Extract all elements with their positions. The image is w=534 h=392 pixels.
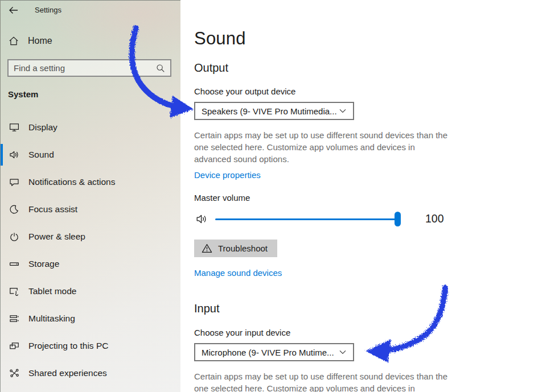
multitasking-icon — [9, 313, 20, 324]
back-button[interactable] — [8, 5, 19, 16]
input-device-dropdown[interactable]: Microphone (9- VIVE Pro Mutime... — [194, 343, 354, 361]
input-description: Certain apps may be set up to use differ… — [194, 370, 454, 392]
manage-sound-devices-link[interactable]: Manage sound devices — [194, 268, 282, 278]
sidebar-item-label: Storage — [28, 259, 59, 269]
troubleshoot-button[interactable]: Troubleshoot — [194, 240, 277, 257]
sidebar-nav: Display Sound Notifications & actions — [1, 117, 181, 390]
speaker-icon — [196, 213, 209, 225]
search-box[interactable] — [7, 59, 171, 77]
sidebar-item-multitasking[interactable]: Multitasking — [1, 308, 181, 329]
sidebar-item-power-sleep[interactable]: Power & sleep — [1, 226, 181, 247]
sidebar-item-sound[interactable]: Sound — [1, 144, 181, 166]
sidebar-item-label: Tablet mode — [28, 286, 76, 296]
input-device-label: Choose your input device — [194, 328, 290, 337]
sidebar-item-shared-experiences[interactable]: Shared experiences — [1, 362, 181, 384]
home-icon — [8, 35, 19, 47]
back-arrow-icon — [8, 5, 19, 16]
sidebar-item-home[interactable]: Home — [8, 34, 52, 48]
master-volume-slider-thumb[interactable] — [395, 212, 401, 226]
output-description: Certain apps may be set up to use differ… — [194, 129, 454, 165]
master-volume-label: Master volume — [194, 193, 250, 203]
sidebar-item-projecting[interactable]: Projecting to this PC — [1, 335, 181, 357]
sidebar-item-label: Projecting to this PC — [28, 341, 108, 351]
storage-icon — [9, 258, 20, 270]
sidebar-item-label: Multitasking — [28, 313, 75, 324]
warning-icon — [202, 244, 212, 253]
sidebar-item-label: Sound — [28, 150, 54, 160]
search-icon[interactable] — [155, 63, 166, 73]
sidebar-item-label: Shared experiences — [28, 368, 107, 378]
master-volume-slider[interactable] — [215, 218, 399, 220]
master-volume-value: 100 — [425, 212, 444, 225]
device-properties-link[interactable]: Device properties — [194, 170, 261, 180]
output-device-dropdown[interactable]: Speakers (9- VIVE Pro Mutimedia... — [194, 102, 354, 120]
tablet-mode-icon — [9, 286, 20, 297]
sidebar-section-system: System — [8, 89, 38, 99]
input-device-value: Microphone (9- VIVE Pro Mutime... — [195, 348, 339, 357]
troubleshoot-label: Troubleshoot — [218, 244, 268, 253]
output-device-value: Speakers (9- VIVE Pro Mutimedia... — [195, 106, 339, 116]
sidebar: Settings Home System Display — [0, 0, 180, 392]
display-icon — [9, 122, 20, 133]
sidebar-item-tablet-mode[interactable]: Tablet mode — [1, 280, 181, 302]
notifications-icon — [9, 176, 20, 188]
output-section-heading: Output — [194, 61, 228, 75]
focus-assist-icon — [9, 204, 20, 215]
sidebar-item-notifications[interactable]: Notifications & actions — [1, 171, 181, 193]
master-volume-slider-row — [196, 211, 399, 227]
input-section-heading: Input — [194, 302, 219, 315]
sidebar-item-label: Power & sleep — [28, 232, 85, 242]
main-content: Sound Output Choose your output device S… — [180, 0, 534, 392]
output-device-label: Choose your output device — [194, 86, 295, 96]
projecting-icon — [9, 340, 20, 352]
sidebar-item-label: Notifications & actions — [28, 177, 116, 187]
page-title: Sound — [194, 28, 246, 49]
sound-icon — [9, 149, 20, 160]
power-icon — [9, 231, 20, 242]
window-title: Settings — [35, 6, 61, 14]
sidebar-item-label: Display — [28, 122, 57, 133]
sidebar-item-focus-assist[interactable]: Focus assist — [1, 199, 181, 220]
sidebar-item-label: Focus assist — [28, 204, 77, 214]
chevron-down-icon — [339, 109, 346, 113]
search-input[interactable] — [9, 63, 155, 73]
chevron-down-icon — [339, 350, 346, 354]
sidebar-home-label: Home — [28, 36, 52, 46]
settings-window: Settings Home System Display — [0, 0, 534, 392]
shared-experiences-icon — [9, 368, 20, 379]
sidebar-item-storage[interactable]: Storage — [1, 253, 181, 275]
sidebar-item-display[interactable]: Display — [1, 117, 181, 138]
